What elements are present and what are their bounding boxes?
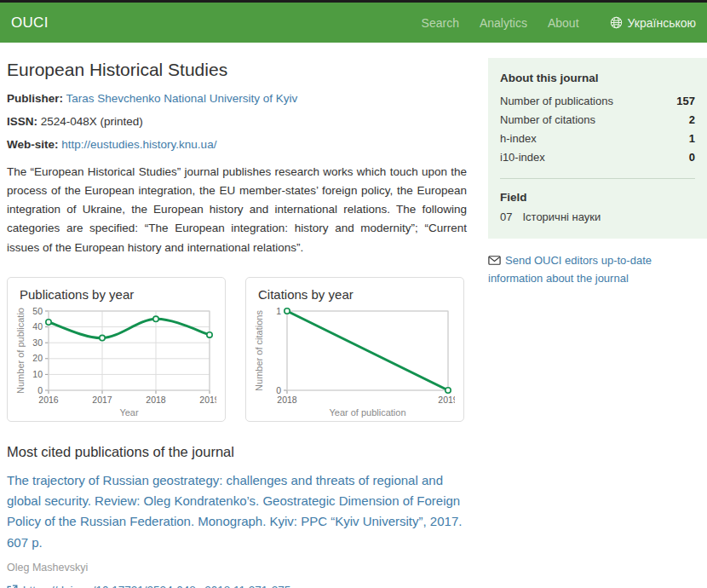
field-title: Field bbox=[500, 191, 695, 204]
svg-text:20: 20 bbox=[32, 353, 43, 363]
page-content: European Historical Studies Publisher: T… bbox=[0, 43, 707, 588]
svg-text:40: 40 bbox=[32, 321, 43, 331]
external-link-icon bbox=[7, 585, 18, 588]
website-line: Web-site: http://eustudies.history.knu.u… bbox=[7, 138, 467, 151]
charts-row: Publications by year 0102030405020162017… bbox=[7, 277, 467, 422]
stat-value: 2 bbox=[689, 113, 695, 126]
doi-line: https://doi.org/10.17721/2524-048x.2018.… bbox=[7, 584, 467, 588]
svg-text:Year of publication: Year of publication bbox=[329, 407, 405, 418]
svg-text:2017: 2017 bbox=[92, 395, 112, 405]
page-title: European Historical Studies bbox=[7, 60, 467, 80]
stat-value: 157 bbox=[676, 95, 695, 107]
citations-by-year-card: Citations by year 0120182019Year of publ… bbox=[245, 277, 464, 422]
stat-label: i10-index bbox=[500, 151, 545, 164]
chart-title: Citations by year bbox=[258, 287, 455, 302]
nav-link-about[interactable]: About bbox=[548, 16, 579, 30]
citations-by-year-chart: 0120182019Year of publicationNumber of c… bbox=[255, 303, 455, 422]
publications-by-year-chart: 010203040502016201720182019YearNumber of… bbox=[16, 303, 216, 422]
journal-description: The “European Historical Studies” journa… bbox=[7, 163, 467, 257]
svg-text:0: 0 bbox=[276, 384, 281, 395]
stat-row-citations: Number of citations 2 bbox=[500, 110, 695, 129]
sidebar-column: About this journal Number of publication… bbox=[488, 43, 707, 588]
field-row: 07 Історичні науки bbox=[500, 210, 695, 223]
website-link[interactable]: http://eustudies.history.knu.ua/ bbox=[61, 138, 216, 151]
field-code: 07 bbox=[500, 210, 512, 223]
publication-item: The trajectory of Russian geostrategy: c… bbox=[7, 470, 467, 588]
svg-text:2018: 2018 bbox=[146, 395, 166, 405]
nav-link-search[interactable]: Search bbox=[422, 16, 459, 30]
send-editors-label: Send OUCI editors up-to-date information… bbox=[488, 254, 652, 285]
publication-author: Oleg Mashevskyi bbox=[7, 562, 467, 574]
svg-text:Number of publicatio: Number of publicatio bbox=[16, 308, 26, 394]
stat-row-i10-index: i10-index 0 bbox=[500, 147, 695, 166]
stat-value: 0 bbox=[689, 151, 695, 164]
language-label: Українською bbox=[628, 16, 696, 30]
stat-value: 1 bbox=[689, 132, 695, 145]
svg-text:2019: 2019 bbox=[199, 395, 216, 405]
envelope-icon bbox=[488, 256, 501, 265]
svg-text:50: 50 bbox=[32, 305, 43, 315]
svg-text:Year: Year bbox=[119, 407, 139, 418]
svg-text:10: 10 bbox=[32, 369, 43, 379]
doi-link[interactable]: https://doi.org/10.17721/2524-048x.2018.… bbox=[23, 584, 290, 588]
navbar: OUCI Search Analytics About Українською bbox=[0, 3, 707, 43]
publications-by-year-card: Publications by year 0102030405020162017… bbox=[7, 277, 226, 422]
chart-title: Publications by year bbox=[20, 287, 216, 302]
most-cited-heading: Most cited publications of the journal bbox=[7, 444, 467, 460]
svg-text:0: 0 bbox=[37, 384, 43, 395]
publisher-link[interactable]: Taras Shevchenko National University of … bbox=[66, 92, 298, 105]
publication-title-link[interactable]: The trajectory of Russian geostrategy: c… bbox=[7, 470, 467, 553]
language-switcher[interactable]: Українською bbox=[610, 16, 696, 30]
about-journal-title: About this journal bbox=[500, 72, 695, 84]
publisher-label: Publisher: bbox=[7, 92, 63, 105]
brand-logo[interactable]: OUCI bbox=[11, 14, 49, 32]
stat-label: h-index bbox=[500, 132, 537, 145]
stat-label: Number of citations bbox=[500, 113, 595, 126]
stat-label: Number of publications bbox=[500, 95, 613, 107]
svg-text:2018: 2018 bbox=[277, 395, 297, 405]
field-name: Історичні науки bbox=[522, 210, 601, 223]
publisher-line: Publisher: Taras Shevchenko National Uni… bbox=[7, 92, 467, 105]
issn-label: ISSN: bbox=[7, 115, 37, 128]
globe-icon bbox=[610, 16, 623, 29]
svg-text:2019: 2019 bbox=[438, 395, 455, 405]
stat-row-publications: Number of publications 157 bbox=[500, 91, 695, 110]
issn-value: 2524-048X (printed) bbox=[41, 115, 143, 128]
svg-text:Number of citations: Number of citations bbox=[255, 309, 264, 390]
website-label: Web-site: bbox=[7, 138, 59, 151]
svg-text:2016: 2016 bbox=[38, 395, 59, 405]
svg-text:1: 1 bbox=[276, 305, 281, 315]
send-editors-link[interactable]: Send OUCI editors up-to-date information… bbox=[488, 252, 707, 288]
main-column: European Historical Studies Publisher: T… bbox=[7, 43, 467, 588]
nav-link-analytics[interactable]: Analytics bbox=[480, 16, 527, 30]
sidebar-divider bbox=[500, 178, 695, 179]
issn-line: ISSN: 2524-048X (printed) bbox=[7, 115, 467, 128]
svg-text:30: 30 bbox=[32, 337, 43, 347]
stat-row-h-index: h-index 1 bbox=[500, 129, 695, 147]
about-journal-box: About this journal Number of publication… bbox=[488, 58, 707, 239]
